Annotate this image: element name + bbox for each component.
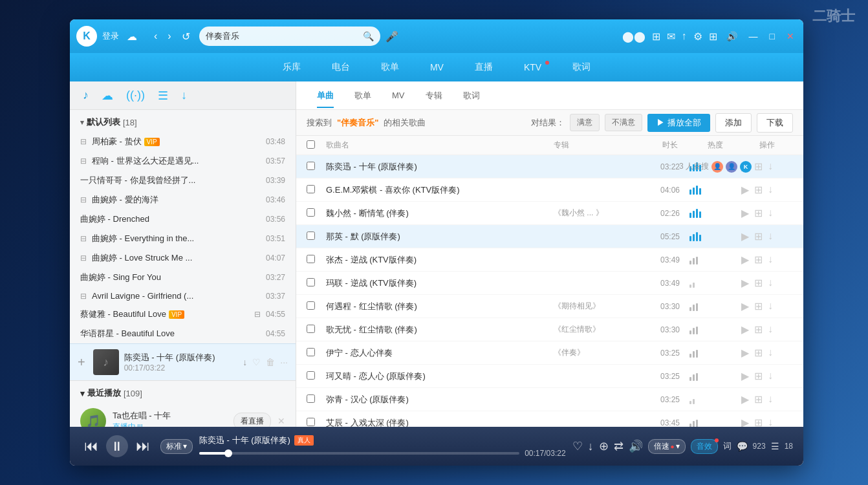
download-row-button[interactable]: ↓ [768, 323, 773, 336]
player-download-button[interactable]: ↓ [588, 440, 594, 453]
back-button[interactable]: ‹ [150, 28, 161, 45]
tab-mv[interactable]: MV [415, 57, 459, 78]
add-button[interactable]: 添加 [715, 113, 752, 133]
tab-songlist[interactable]: 歌单 [344, 83, 382, 108]
sidebar-download-icon[interactable]: ↓ [181, 89, 187, 102]
list-item[interactable]: ⊟ 曲婉婷 - Everything in the... 03:51 [70, 229, 296, 248]
add-row-button[interactable]: ⊞ [754, 207, 763, 219]
table-row[interactable]: 陈奕迅 - 十年 (原版伴奏) 03:22 ▶ [296, 155, 803, 178]
table-row[interactable]: 魏小然 - 断情笔 (伴奏) 《魏小然 ... 》 02:26 ▶ [296, 202, 803, 225]
select-all-checkbox[interactable] [307, 140, 315, 149]
download-row-button[interactable]: ↓ [768, 184, 773, 196]
np-more-button[interactable]: ··· [280, 357, 288, 367]
tab-single[interactable]: 单曲 [307, 83, 344, 108]
tab-mv2[interactable]: MV [382, 84, 415, 107]
table-row[interactable]: G.E.M.邓紫棋 - 喜欢你 (KTV版伴奏) 04:06 ▶ [296, 178, 803, 202]
table-row[interactable]: 伊宁 - 恋人心伴奏 《伴奏》 03:25 ▶ ⊞ [296, 341, 803, 365]
table-row[interactable]: 艾辰 - 入戏太深 (伴奏) 03:45 ▶ ⊞ [296, 411, 803, 427]
row-checkbox[interactable] [307, 255, 315, 263]
add-row-button[interactable]: ⊞ [754, 323, 763, 336]
playlist-arrow[interactable]: ▾ [80, 118, 84, 127]
prev-button[interactable]: ⏮ [80, 435, 102, 457]
table-row[interactable]: 张杰 - 逆战 (KTV版伴奏) 03:49 ▶ ⊞ [296, 248, 803, 272]
list-item[interactable]: 蔡健雅 - Beautiful Love VIP ⊟ 04:55 [70, 305, 296, 324]
row-checkbox[interactable] [307, 348, 315, 356]
settings-icon[interactable]: ⚙ [693, 30, 702, 43]
unsatisfied-button[interactable]: 不满意 [605, 114, 642, 131]
add-row-button[interactable]: ⊞ [754, 370, 763, 382]
close-button[interactable]: ✕ [784, 31, 797, 41]
repeat-button[interactable]: ⇄ [614, 439, 624, 453]
tab-radio[interactable]: 电台 [316, 56, 365, 78]
speed-badge[interactable]: 倍速 ● ▾ [648, 439, 686, 454]
maximize-button[interactable]: □ [767, 31, 777, 41]
tab-library[interactable]: 乐库 [267, 56, 316, 78]
download-button[interactable]: 下载 [757, 113, 793, 133]
favorite-button[interactable]: ♡ [572, 439, 583, 453]
play-row-button[interactable]: ▶ [741, 230, 749, 242]
table-row[interactable]: 玛联 - 逆战 (KTV版伴奏) 03:49 ▶ ⊞ ↓ [296, 272, 803, 295]
row-checkbox[interactable] [307, 394, 315, 403]
np-download-button[interactable]: ↓ [243, 357, 247, 367]
login-button[interactable]: 登录 [102, 30, 119, 42]
add-row-button[interactable]: ⊞ [754, 416, 763, 427]
tab-album[interactable]: 专辑 [415, 83, 453, 108]
play-row-button[interactable]: ▶ [741, 277, 749, 289]
upload-icon[interactable]: ↑ [682, 30, 687, 42]
play-row-button[interactable]: ▶ [741, 393, 749, 405]
close-recent-button[interactable]: ✕ [277, 416, 285, 426]
lyrics-button[interactable]: 词 [723, 440, 732, 452]
tab-live[interactable]: 直播 [459, 56, 508, 78]
download-row-button[interactable]: ↓ [768, 230, 773, 242]
row-checkbox[interactable] [307, 162, 315, 170]
mail-icon[interactable]: ✉ [667, 30, 675, 43]
sound-effects-button[interactable]: 音效 [691, 439, 718, 454]
add-row-button[interactable]: ⊞ [754, 393, 763, 405]
refresh-button[interactable]: ↺ [178, 28, 194, 45]
play-row-button[interactable]: ▶ [741, 253, 749, 266]
download-row-button[interactable]: ↓ [768, 277, 773, 289]
grid-icon[interactable]: ⊞ [652, 30, 660, 43]
search-icon[interactable]: 🔍 [363, 31, 374, 41]
download-row-button[interactable]: ↓ [768, 370, 773, 382]
forward-button[interactable]: › [164, 28, 175, 45]
playlist-button[interactable]: ☰ [771, 441, 779, 451]
row-checkbox[interactable] [307, 325, 315, 333]
download-row-button[interactable]: ↓ [768, 160, 773, 173]
download-row-button[interactable]: ↓ [768, 253, 773, 266]
add-row-button[interactable]: ⊞ [754, 300, 763, 312]
minimize-button[interactable]: — [746, 31, 761, 41]
np-favorite-button[interactable]: ♡ [252, 357, 261, 367]
circle-icon[interactable]: ⬤⬤ [622, 30, 646, 43]
play-row-button[interactable]: ▶ [741, 207, 749, 219]
tab-lyrics[interactable]: 歌词 [557, 56, 606, 78]
play-row-button[interactable]: ▶ [741, 416, 749, 427]
add-row-button[interactable]: ⊞ [754, 230, 763, 242]
tab-ktv[interactable]: KTV [508, 57, 557, 78]
play-row-button[interactable]: ▶ [741, 347, 749, 359]
add-row-button[interactable]: ⊞ [754, 184, 763, 196]
row-checkbox[interactable] [307, 185, 315, 193]
volume-button[interactable]: 🔊 [629, 439, 643, 453]
play-row-button[interactable]: ▶ [741, 323, 749, 336]
list-item[interactable]: 曲婉婷 - Drenched 03:56 [70, 210, 296, 229]
list-item[interactable]: 华语群星 - Beautiful Love 04:55 [70, 324, 296, 343]
np-delete-button[interactable]: 🗑 [266, 357, 275, 367]
pause-button[interactable]: ⏸ [106, 435, 128, 457]
mic-icon[interactable]: 🎤 [385, 30, 398, 43]
search-input[interactable] [206, 32, 359, 41]
add-to-playlist-button[interactable]: + [78, 355, 85, 370]
table-row[interactable]: 珂又晴 - 恋人心 (原版伴奏) 03:25 ▶ ⊞ [296, 365, 803, 388]
download-row-button[interactable]: ↓ [768, 207, 773, 219]
satisfied-button[interactable]: 满意 [570, 114, 600, 131]
recent-item[interactable]: 🎵 Ta也在唱 - 十年 直播中 ||| 看直播 ✕ [70, 403, 296, 427]
sidebar-cloud-icon[interactable]: ☁ [102, 89, 113, 103]
play-all-button[interactable]: ▶ 播放全部 [647, 114, 710, 132]
list-item[interactable]: 曲婉婷 - Sing For You 03:27 [70, 268, 296, 287]
row-checkbox[interactable] [307, 208, 315, 217]
sidebar-music-icon[interactable]: ♪ [83, 89, 89, 102]
next-button[interactable]: ⏭ [132, 435, 154, 457]
table-row[interactable]: 弥青 - 汉心 (原版伴奏) 03:25 ▶ ⊞ ↓ [296, 388, 803, 411]
list-item[interactable]: 一只情哥哥 - 你是我曾经拼了... 03:39 [70, 171, 296, 190]
play-row-button[interactable]: ▶ [741, 184, 749, 196]
